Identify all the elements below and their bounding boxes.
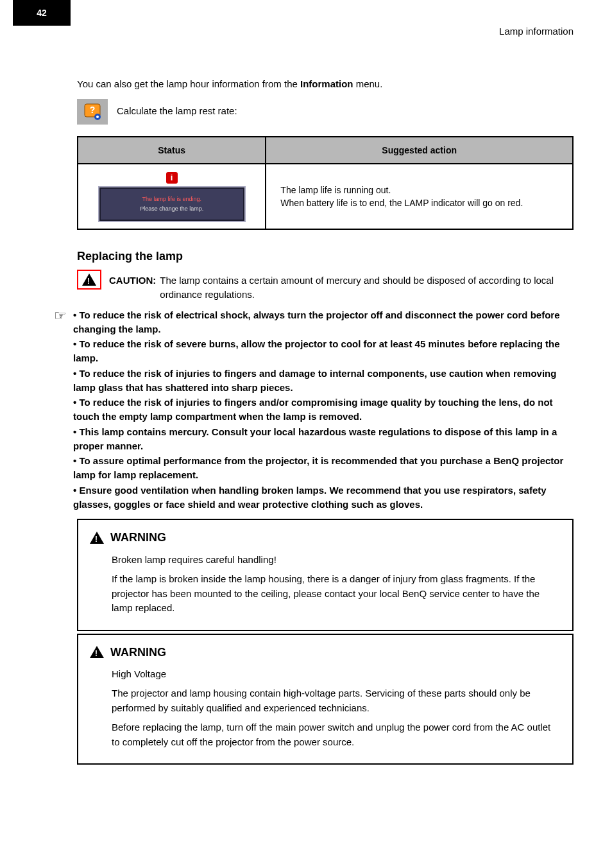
osd-line-1: The lamp life is ending. (105, 195, 239, 204)
bullet-item: • This lamp contains mercury. Consult yo… (73, 425, 574, 453)
intro-text-1: You can also get the lamp hour informati… (77, 78, 298, 89)
warning2-p3: Before replacing the lamp, turn off the … (112, 720, 561, 749)
alert-icon: i (166, 172, 178, 184)
action-cell: The lamp life is running out. When batte… (266, 164, 573, 230)
warning-box-1: WARNING Broken lamp requires careful han… (77, 519, 574, 630)
warning2-p2: The projector and lamp housing contain h… (112, 686, 561, 715)
bullet-item: • To reduce the risk of injuries to fing… (73, 395, 574, 424)
th-action: Suggested action (266, 137, 573, 164)
bullet-item: • Ensure good ventilation when handling … (73, 483, 574, 512)
status-table: Status Suggested action i The lamp life … (77, 136, 574, 230)
help-icon: ? (77, 99, 108, 125)
table-row: i The lamp life is ending. Please change… (78, 164, 573, 230)
page-number: 42 (13, 0, 71, 26)
caution-icon (77, 270, 101, 290)
svg-point-3 (96, 116, 99, 118)
intro-paragraph: You can also get the lamp hour informati… (77, 77, 574, 91)
warning1-p1: Broken lamp requires careful handling! (112, 553, 561, 568)
warning-box-2: WARNING High Voltage The projector and l… (77, 634, 574, 765)
svg-text:?: ? (90, 105, 96, 115)
section-heading-replace-lamp: Replacing the lamp (77, 248, 574, 265)
calc-lamp-rate-text: Calculate the lamp rest rate: (117, 99, 237, 118)
osd-warning-screenshot: i The lamp life is ending. Please change… (98, 171, 246, 223)
caution-text: The lamp contains a certain amount of me… (160, 270, 574, 302)
pointing-hand-icon: ☞ (54, 308, 67, 324)
bullet-item: • To reduce the risk of injuries to fing… (73, 367, 574, 395)
th-status: Status (78, 137, 266, 164)
warning2-p1: High Voltage (112, 667, 561, 682)
warning-icon (90, 646, 104, 658)
bullet-list: • To reduce the risk of electrical shock… (73, 308, 574, 513)
caution-label: CAUTION: (109, 270, 156, 288)
bullet-item: • To reduce the risk of electrical shock… (73, 308, 574, 336)
warning1-p2: If the lamp is broken inside the lamp ho… (112, 572, 561, 616)
page-header-title: Lamp information (38, 24, 574, 39)
bullet-item: • To reduce the risk of severe burns, al… (73, 337, 574, 365)
warning-label: WARNING (110, 529, 166, 546)
warning-label: WARNING (110, 644, 166, 661)
intro-bold: Information (298, 78, 353, 89)
status-cell: i The lamp life is ending. Please change… (78, 164, 266, 230)
osd-line-2: Please change the lamp. (105, 205, 239, 213)
warning-icon (90, 532, 104, 544)
intro-text-2: menu. (353, 78, 383, 89)
bullet-item: • To assure optimal performance from the… (73, 454, 574, 482)
